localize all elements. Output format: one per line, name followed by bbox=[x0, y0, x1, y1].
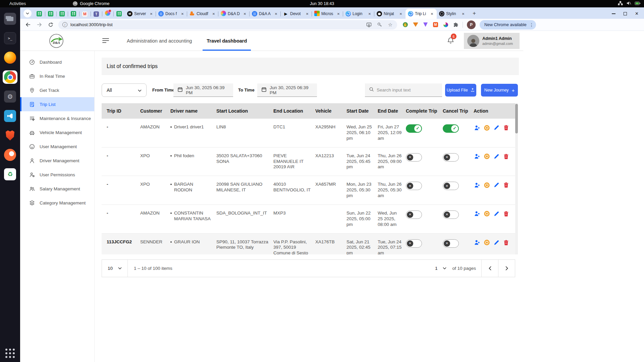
browser-tab[interactable]: Trip Li bbox=[406, 9, 437, 19]
header-nav-tab[interactable]: Administration and accounting bbox=[119, 31, 199, 51]
assign-driver-icon[interactable] bbox=[474, 239, 480, 246]
browser-profile-avatar[interactable]: P bbox=[467, 20, 476, 29]
volume-muted-icon[interactable] bbox=[626, 1, 631, 6]
sidebar-item[interactable]: Category Management bbox=[20, 196, 94, 210]
user-menu[interactable]: Admin1 Admin admin@gmail.com bbox=[464, 33, 520, 49]
sidebar-item[interactable]: Maintenance & Insurance bbox=[20, 111, 94, 125]
delete-icon[interactable] bbox=[503, 239, 509, 246]
page-size-select[interactable]: 10 bbox=[102, 260, 128, 277]
metamask-icon[interactable] bbox=[413, 22, 418, 27]
browser-tab[interactable]: Stylin bbox=[437, 9, 468, 19]
column-header[interactable]: Customer bbox=[140, 103, 170, 119]
close-window-button[interactable] bbox=[635, 11, 639, 16]
minimize-button[interactable] bbox=[612, 13, 615, 14]
previous-page-button[interactable] bbox=[481, 260, 498, 277]
complete-trip-toggle[interactable] bbox=[406, 182, 422, 190]
column-header[interactable]: Start Location bbox=[216, 103, 273, 119]
browser-tab[interactable]: Micros bbox=[312, 9, 343, 19]
dock-item[interactable] bbox=[3, 148, 17, 162]
delete-icon[interactable] bbox=[503, 210, 509, 217]
tab-close-icon[interactable] bbox=[243, 11, 247, 16]
tab-close-icon[interactable] bbox=[461, 11, 466, 16]
sidebar-item[interactable]: User Permissions bbox=[20, 168, 94, 182]
history-icon[interactable] bbox=[483, 153, 490, 160]
table-row[interactable]: - AMAZON CONSTANTIN MARIAN TANASA SDA_BO… bbox=[102, 204, 515, 233]
reload-button[interactable] bbox=[47, 21, 54, 28]
page-number-select[interactable]: 1 bbox=[429, 260, 452, 277]
browser-tab[interactable]: Ninjat bbox=[374, 9, 406, 19]
edit-icon[interactable] bbox=[493, 239, 500, 246]
tab-close-icon[interactable] bbox=[398, 11, 403, 16]
restore-button[interactable] bbox=[624, 12, 627, 15]
edit-icon[interactable] bbox=[493, 153, 500, 160]
pinned-tab[interactable] bbox=[45, 9, 56, 19]
edit-icon[interactable] bbox=[493, 124, 500, 131]
tab-close-icon[interactable] bbox=[367, 11, 372, 16]
chrome-update-pill[interactable]: New Chrome available bbox=[480, 20, 536, 29]
table-row[interactable]: 113JCCFG2 SENNDER GRAUR ION SP90, 11, 10… bbox=[102, 233, 515, 254]
dock-item[interactable] bbox=[3, 12, 17, 25]
sidebar-item[interactable]: Vehicle Management bbox=[20, 125, 94, 139]
dock-item[interactable] bbox=[3, 129, 17, 142]
tab-close-icon[interactable] bbox=[336, 11, 341, 16]
back-button[interactable] bbox=[24, 21, 32, 28]
pinned-tab[interactable] bbox=[56, 9, 68, 19]
assign-driver-icon[interactable] bbox=[474, 153, 480, 160]
browser-tab[interactable]: Login bbox=[343, 9, 374, 19]
tab-close-icon[interactable] bbox=[430, 11, 434, 16]
table-row[interactable]: - AMAZON Driver1 driver1 LIN8 DTC1 XA295… bbox=[102, 119, 515, 147]
sidebar-item[interactable]: Salary Management bbox=[20, 182, 94, 196]
tab-close-icon[interactable] bbox=[305, 11, 310, 16]
table-row[interactable]: - XPO BARGAN RODION 20098 SAN GIULIANO M… bbox=[102, 176, 515, 205]
column-header[interactable]: Action bbox=[474, 103, 515, 119]
complete-trip-toggle[interactable] bbox=[406, 124, 422, 133]
address-bar[interactable]: localhost:3000/trip-list bbox=[58, 20, 397, 29]
star-icon[interactable] bbox=[387, 22, 393, 27]
edit-icon[interactable] bbox=[493, 182, 500, 188]
battery-icon[interactable] bbox=[635, 1, 641, 6]
delete-icon[interactable] bbox=[503, 153, 509, 160]
edit-icon[interactable] bbox=[493, 210, 500, 217]
key-icon[interactable] bbox=[377, 22, 382, 27]
upload-file-button[interactable]: Upload File bbox=[445, 84, 476, 97]
tab-close-icon[interactable] bbox=[180, 11, 185, 16]
pinned-tab[interactable]: M bbox=[79, 9, 91, 19]
sidebar-collapse-icon[interactable] bbox=[102, 38, 110, 43]
complete-trip-toggle[interactable] bbox=[406, 239, 422, 248]
sidebar-item[interactable]: In Real Time bbox=[20, 69, 94, 83]
sidebar-item[interactable]: User Management bbox=[20, 139, 94, 154]
puzzle-icon[interactable] bbox=[453, 22, 459, 27]
adblock-icon[interactable]: ✋ bbox=[402, 22, 408, 27]
assign-driver-icon[interactable] bbox=[474, 210, 480, 217]
to-time-input[interactable]: Jun 30, 2025 06:39 PM bbox=[257, 83, 317, 97]
browser-tab[interactable]: Devot bbox=[281, 9, 312, 19]
new-journey-button[interactable]: New Journey bbox=[481, 84, 518, 97]
clock[interactable]: Jun 30 18:43 bbox=[310, 1, 334, 6]
cancel-trip-toggle[interactable] bbox=[443, 210, 459, 219]
dock-item[interactable]: >_ bbox=[3, 32, 17, 45]
browser-tab[interactable]: D&A A bbox=[250, 9, 281, 19]
cancel-trip-toggle[interactable] bbox=[443, 239, 459, 248]
dock-item[interactable] bbox=[3, 70, 17, 84]
browser-tab[interactable]: D&A D bbox=[218, 9, 250, 19]
browser-tab[interactable]: M Server bbox=[125, 9, 156, 19]
column-header[interactable]: Complete Trip bbox=[406, 103, 443, 119]
pinned-tab[interactable] bbox=[68, 9, 79, 19]
history-icon[interactable] bbox=[483, 210, 490, 217]
history-icon[interactable] bbox=[483, 124, 490, 131]
from-time-input[interactable]: Jun 30, 2025 06:39 PM bbox=[173, 83, 233, 97]
dock-item[interactable]: ⚙ bbox=[3, 90, 17, 103]
cancel-trip-toggle[interactable] bbox=[443, 182, 459, 190]
table-scrollbar[interactable] bbox=[515, 103, 518, 254]
column-header[interactable]: End Location bbox=[273, 103, 315, 119]
sidebar-item[interactable]: Trip List bbox=[20, 97, 94, 111]
sidebar-item[interactable]: Get Track bbox=[20, 83, 94, 97]
tab-close-icon[interactable] bbox=[211, 11, 216, 16]
browser-tab[interactable]: Cloudf bbox=[187, 9, 218, 19]
wallet-icon[interactable] bbox=[423, 22, 428, 27]
header-nav-tab[interactable]: Travel dashboard bbox=[199, 31, 254, 51]
column-header[interactable]: Trip ID bbox=[102, 103, 140, 119]
activities-button[interactable]: Activities bbox=[9, 1, 26, 6]
pinned-tab[interactable] bbox=[102, 9, 113, 19]
notifications-bell-icon[interactable]: 6 bbox=[447, 36, 454, 46]
